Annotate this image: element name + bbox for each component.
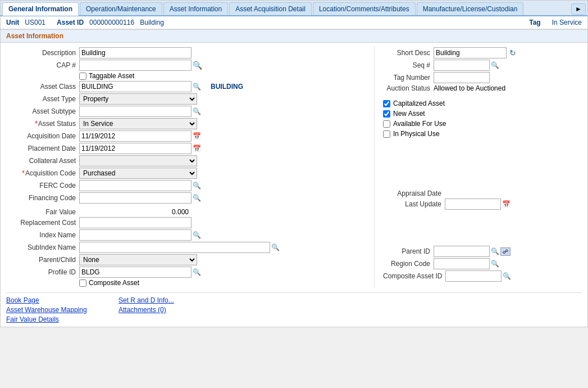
asset-status-row: *Asset Status In Service	[6, 118, 374, 129]
region-code-row: Region Code 🔍	[383, 258, 582, 269]
asset-id-value: 000000000116	[89, 19, 134, 26]
book-page-link[interactable]: Book Page	[6, 296, 118, 304]
placement-date-calendar-button[interactable]: 📅	[192, 145, 202, 152]
asset-subtype-input[interactable]	[79, 106, 192, 117]
collateral-select[interactable]	[79, 155, 197, 166]
profile-id-input[interactable]	[79, 267, 192, 278]
available-row: Available For Use	[383, 120, 582, 128]
tab-general-information[interactable]: General Information	[2, 2, 79, 16]
tab-scroll-arrow[interactable]: ►	[571, 3, 586, 15]
replacement-row: Replacement Cost	[6, 217, 374, 228]
description-label: Description	[6, 49, 79, 57]
seq-input[interactable]	[434, 60, 490, 71]
last-update-input[interactable]	[445, 198, 501, 210]
tab-asset-acquisition-detail[interactable]: Asset Acquisition Detail	[229, 2, 312, 15]
ferc-input[interactable]	[79, 180, 192, 191]
asset-class-search-button[interactable]: 🔍	[192, 83, 202, 91]
composite-label: Composite Asset	[89, 279, 139, 287]
cap-row: CAP # 🔍	[6, 60, 374, 71]
asset-subtype-search-button[interactable]: 🔍	[192, 107, 202, 115]
tab-manufacture-license-custodian[interactable]: Manufacture/License/Custodian	[417, 2, 524, 15]
acquisition-code-select[interactable]: Purchased	[79, 168, 197, 179]
asset-warehouse-link[interactable]: Asset Warehouse Mapping	[6, 306, 118, 314]
acquisition-date-input[interactable]	[79, 130, 192, 142]
capitalized-checkbox[interactable]	[383, 100, 390, 107]
appraisal-row: Appraisal Date	[383, 190, 582, 197]
asset-status-label: *Asset Status	[6, 120, 79, 128]
parent-id-extra-button[interactable]: ☍	[500, 247, 510, 256]
asset-class-input[interactable]	[79, 81, 192, 92]
composite-id-search-button[interactable]: 🔍	[502, 272, 512, 280]
attachments-link[interactable]: Attachments (0)	[118, 306, 231, 314]
seq-label: Seq #	[383, 61, 434, 69]
asset-type-row: Asset Type Property	[6, 93, 374, 105]
tag-number-label: Tag Number	[383, 74, 434, 82]
tag-label: Tag	[529, 19, 540, 26]
header-bar: Unit US001 Asset ID 000000000116 Buildin…	[1, 16, 587, 29]
profile-id-search-button[interactable]: 🔍	[192, 268, 202, 276]
profile-id-row: Profile ID 🔍	[6, 267, 374, 278]
taggable-checkbox[interactable]	[79, 73, 86, 80]
cap-label: CAP #	[6, 61, 79, 69]
region-code-search-icon: 🔍	[491, 260, 499, 268]
region-code-input[interactable]	[434, 258, 490, 269]
composite-id-search-icon: 🔍	[503, 272, 511, 280]
short-desc-refresh-icon[interactable]: ↻	[509, 48, 516, 57]
profile-id-search-icon: 🔍	[193, 268, 201, 276]
subindex-row: SubIndex Name 🔍	[6, 242, 374, 253]
seq-search-icon: 🔍	[491, 61, 499, 69]
asset-subtype-label: Asset Subtype	[6, 107, 79, 115]
collateral-row: Collateral Asset	[6, 155, 374, 166]
index-name-search-button[interactable]: 🔍	[192, 231, 202, 239]
subindex-search-button[interactable]: 🔍	[270, 243, 281, 251]
subindex-search-icon: 🔍	[271, 243, 280, 251]
short-desc-input[interactable]	[434, 47, 507, 58]
physical-checkbox[interactable]	[383, 130, 390, 138]
financing-search-button[interactable]: 🔍	[192, 194, 202, 202]
physical-row: In Physical Use	[383, 130, 582, 138]
parent-child-select[interactable]: None	[79, 254, 197, 265]
collateral-label: Collateral Asset	[6, 157, 79, 165]
last-update-calendar-button[interactable]: 📅	[501, 200, 512, 208]
acquisition-date-calendar-button[interactable]: 📅	[192, 132, 202, 140]
tab-asset-information[interactable]: Asset Information	[163, 2, 228, 15]
available-label: Available For Use	[393, 120, 446, 128]
right-pane: Short Desc ↻ Seq # 🔍 Tag Number	[374, 46, 582, 288]
replacement-input[interactable]	[79, 217, 192, 228]
asset-status-select[interactable]: In Service	[79, 118, 197, 129]
left-pane: Description CAP # 🔍 Taggable Asset	[6, 46, 374, 288]
description-input[interactable]	[79, 47, 192, 58]
ferc-search-button[interactable]: 🔍	[192, 182, 202, 190]
seq-search-button[interactable]: 🔍	[490, 61, 500, 69]
cap-input[interactable]	[79, 60, 192, 71]
composite-id-input[interactable]	[445, 270, 502, 282]
tab-operation-maintenance[interactable]: Operation/Maintenance	[80, 2, 162, 15]
composite-checkbox[interactable]	[79, 279, 86, 287]
new-asset-row: New Asset	[383, 110, 582, 118]
financing-label: Financing Code	[6, 194, 79, 202]
asset-type-select[interactable]: Property	[79, 93, 197, 105]
asset-class-row: Asset Class 🔍 BUILDING	[6, 81, 374, 92]
cap-search-button[interactable]: 🔍	[192, 61, 203, 70]
placement-date-input[interactable]	[79, 143, 192, 154]
available-checkbox[interactable]	[383, 120, 390, 128]
parent-id-input[interactable]	[434, 246, 490, 257]
region-code-search-button[interactable]: 🔍	[490, 260, 500, 268]
fair-value-details-link[interactable]: Fair Value Details	[6, 315, 118, 323]
financing-input[interactable]	[79, 192, 192, 204]
new-asset-checkbox[interactable]	[383, 110, 390, 118]
tab-location-comments-attributes[interactable]: Location/Comments/Attributes	[313, 2, 416, 15]
tag-number-input[interactable]	[434, 72, 490, 83]
checkboxes-group: Capitalized Asset New Asset Available Fo…	[383, 97, 582, 138]
index-name-input[interactable]	[79, 229, 192, 241]
acquisition-date-label: Acquisition Date	[6, 132, 79, 140]
asset-id-label: Asset ID	[57, 19, 84, 26]
ferc-search-icon: 🔍	[193, 182, 201, 190]
subindex-input[interactable]	[79, 242, 270, 253]
set-r-d-link[interactable]: Set R and D Info...	[118, 296, 231, 304]
cap-search-icon: 🔍	[193, 61, 202, 70]
parent-id-search-button[interactable]: 🔍	[490, 247, 500, 255]
asset-subtype-search-icon: 🔍	[193, 107, 201, 115]
financing-search-icon: 🔍	[193, 194, 201, 202]
parent-id-row: Parent ID 🔍 ☍	[383, 246, 582, 257]
